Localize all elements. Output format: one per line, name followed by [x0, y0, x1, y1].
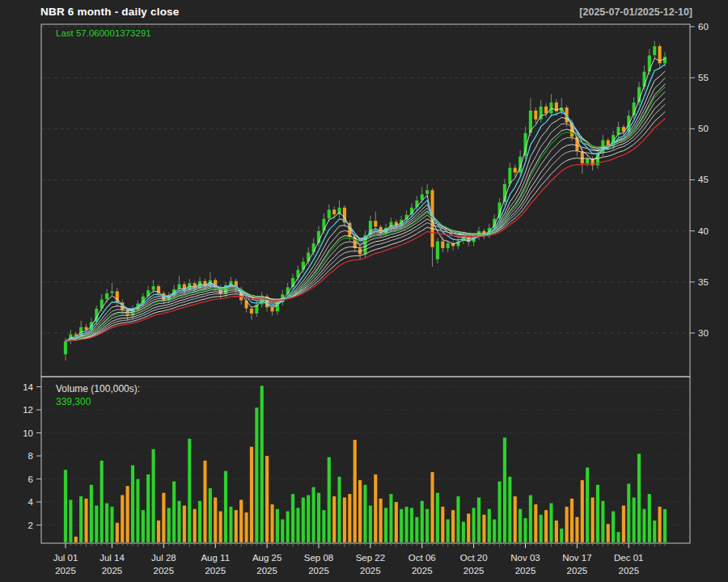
- volume-bar: [276, 509, 279, 542]
- volume-bar: [337, 477, 341, 542]
- x-axis-date-label: Aug 25: [252, 553, 281, 563]
- volume-bar: [477, 497, 480, 542]
- volume-bar: [425, 509, 429, 542]
- volume-bar: [100, 461, 104, 542]
- volume-bar: [648, 494, 651, 542]
- candle-body: [653, 46, 656, 55]
- candle-body: [441, 241, 444, 248]
- volume-bar: [374, 474, 377, 542]
- volume-bar: [198, 501, 201, 542]
- x-axis-date-label: Jul 01: [53, 553, 78, 563]
- volume-bar: [430, 472, 434, 542]
- volume-bar: [239, 500, 243, 542]
- volume-axis-label: 2: [28, 521, 33, 530]
- candle-body: [425, 190, 429, 194]
- volume-bar: [229, 507, 232, 542]
- x-axis-year-label: 2025: [360, 566, 381, 576]
- volume-bar: [322, 510, 325, 542]
- volume-bar: [570, 499, 574, 542]
- x-axis-year-label: 2025: [515, 566, 536, 576]
- volume-bar: [214, 497, 217, 542]
- candle-body: [663, 57, 667, 63]
- volume-bar: [286, 511, 289, 542]
- ema-ribbon-line: [66, 112, 665, 341]
- volume-bar: [110, 507, 113, 542]
- candle-body: [322, 219, 325, 231]
- volume-bar: [384, 508, 387, 542]
- volume-bar: [353, 440, 357, 542]
- price-axis-label: 30: [698, 328, 709, 338]
- volume-bar: [575, 517, 578, 542]
- volume-bar: [441, 507, 444, 542]
- volume-bar: [162, 493, 165, 542]
- volume-bar: [658, 507, 661, 542]
- candle-body: [332, 209, 336, 214]
- candle-body: [110, 291, 113, 293]
- candle-body: [105, 293, 108, 300]
- volume-bar: [508, 477, 511, 542]
- volume-bar: [488, 509, 491, 542]
- volume-bar: [311, 487, 315, 542]
- x-axis-year-label: 2025: [412, 566, 433, 576]
- x-axis-year-label: 2025: [256, 566, 277, 576]
- candle-body: [586, 158, 589, 163]
- volume-bar: [328, 457, 331, 542]
- x-axis-date-label: Oct 20: [460, 553, 488, 563]
- volume-bar: [436, 493, 439, 542]
- volume-bar: [565, 507, 568, 542]
- volume-bar: [302, 497, 305, 542]
- volume-bar: [188, 439, 191, 542]
- volume-bar: [291, 494, 294, 542]
- candle-body: [328, 209, 331, 218]
- candle-body: [125, 310, 129, 315]
- volume-bar: [136, 479, 139, 543]
- volume-bar: [534, 504, 537, 542]
- volume-bar: [95, 505, 98, 542]
- volume-bar: [281, 519, 284, 542]
- volume-bar: [637, 453, 641, 542]
- volume-bar: [581, 480, 584, 542]
- candle-body: [250, 309, 253, 314]
- volume-bar: [250, 447, 253, 542]
- volume-bar: [332, 496, 336, 542]
- volume-bar: [363, 485, 366, 542]
- volume-bar: [472, 508, 475, 542]
- volume-bar: [421, 501, 424, 542]
- candle-body: [436, 241, 439, 259]
- volume-bar: [653, 521, 656, 542]
- volume-bar: [529, 495, 532, 542]
- volume-bar: [224, 471, 227, 542]
- volume-bar: [260, 386, 264, 542]
- x-axis-year-label: 2025: [463, 566, 485, 576]
- x-axis-year-label: 2025: [205, 566, 226, 576]
- x-axis-date-label: Sep 22: [356, 553, 385, 563]
- volume-bar: [462, 521, 465, 542]
- volume-bar: [255, 407, 258, 542]
- volume-axis-label: 14: [23, 382, 33, 392]
- volume-bar: [369, 505, 372, 542]
- volume-bar: [146, 474, 150, 542]
- ema-ribbon-line: [66, 104, 665, 341]
- volume-bar: [105, 503, 108, 542]
- x-axis-date-label: Sep 08: [304, 553, 333, 563]
- volume-bar: [167, 508, 171, 542]
- volume-bar: [586, 467, 589, 542]
- ema-green-line: [66, 86, 665, 341]
- volume-bar: [116, 523, 119, 542]
- price-axis-label: 45: [698, 175, 709, 184]
- volume-bar: [596, 485, 599, 542]
- volume-bar: [209, 488, 212, 542]
- volume-bar: [379, 499, 382, 542]
- volume-bar: [193, 509, 196, 542]
- volume-bar: [389, 494, 392, 542]
- volume-bar: [307, 495, 310, 542]
- x-axis-date-label: Oct 06: [408, 553, 436, 563]
- volume-bar: [64, 470, 67, 542]
- volume-bar: [151, 449, 154, 542]
- volume-bar: [69, 500, 72, 542]
- price-axis-label: 50: [698, 124, 709, 133]
- volume-bar: [131, 465, 134, 542]
- volume-bar: [612, 511, 615, 542]
- volume-bar: [518, 509, 522, 542]
- volume-bar: [555, 521, 558, 542]
